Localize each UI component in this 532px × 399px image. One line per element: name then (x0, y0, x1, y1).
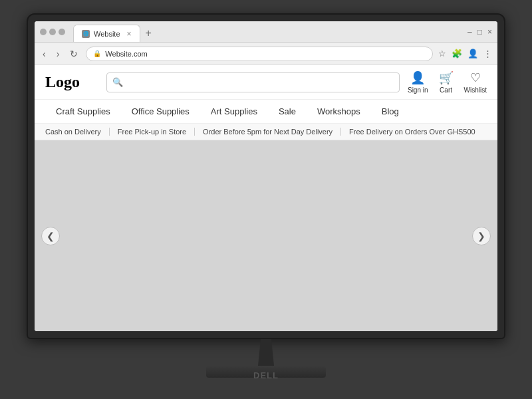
browser-controls (40, 29, 65, 35)
site-nav: Craft Supplies Office Supplies Art Suppl… (35, 100, 497, 124)
address-bar[interactable]: 🔒 Website.com (86, 47, 433, 61)
site-content: Logo 🔍 👤 Sign in 🛒 Cart (35, 65, 497, 331)
browser-dot-1 (40, 29, 47, 35)
nav-item-art-supplies[interactable]: Art Supplies (200, 100, 268, 123)
tab-area: 🌐 Website × + (73, 21, 157, 42)
bookmark-icon[interactable]: ☆ (438, 49, 446, 59)
cart-label: Cart (440, 86, 452, 94)
browser-titlebar: 🌐 Website × + – □ × (35, 21, 497, 43)
browser-actions: ☆ 🧩 👤 ⋮ (438, 49, 492, 59)
refresh-btn[interactable]: ↻ (67, 47, 80, 61)
carousel-prev-btn[interactable]: ❮ (41, 227, 60, 245)
close-btn[interactable]: × (487, 27, 492, 37)
profile-icon[interactable]: 👤 (467, 49, 478, 59)
forward-btn[interactable]: › (54, 47, 63, 61)
search-input[interactable] (127, 78, 394, 87)
browser-tab[interactable]: 🌐 Website × (73, 25, 140, 42)
carousel-next-btn[interactable]: ❯ (472, 227, 491, 245)
site-header: Logo 🔍 👤 Sign in 🛒 Cart (35, 65, 497, 100)
menu-icon[interactable]: ⋮ (483, 49, 492, 59)
back-btn[interactable]: ‹ (40, 47, 49, 61)
minimize-btn[interactable]: – (467, 27, 472, 37)
browser-addressbar: ‹ › ↻ 🔒 Website.com ☆ 🧩 👤 ⋮ (35, 43, 497, 65)
nav-item-sale[interactable]: Sale (268, 100, 307, 123)
sign-in-label: Sign in (408, 86, 428, 94)
address-text: Website.com (105, 50, 147, 58)
monitor-neck (253, 339, 279, 366)
browser-window-controls: – □ × (467, 27, 492, 37)
tab-close-btn[interactable]: × (127, 29, 132, 39)
nav-item-office-supplies[interactable]: Office Supplies (121, 100, 200, 123)
tab-favicon: 🌐 (82, 30, 90, 38)
search-icon: 🔍 (112, 77, 123, 87)
monitor-bezel: 🌐 Website × + – □ × ‹ › ↻ 🔒 (27, 13, 505, 339)
sign-in-button[interactable]: 👤 Sign in (408, 70, 428, 94)
cart-button[interactable]: 🛒 Cart (439, 70, 454, 94)
hero-carousel: ❮ ❯ (35, 140, 497, 331)
wishlist-button[interactable]: ♡ Wishlist (464, 70, 487, 94)
nav-item-blog[interactable]: Blog (371, 100, 410, 123)
sign-in-icon: 👤 (410, 70, 425, 85)
promo-item-3: Free Delivery on Orders Over GHS500 (341, 128, 483, 136)
promo-item-1: Free Pick-up in Store (110, 128, 195, 136)
tab-label: Website (94, 30, 120, 38)
nav-item-craft-supplies[interactable]: Craft Supplies (45, 100, 121, 123)
browser-dot-3 (59, 29, 65, 35)
monitor-wrapper: 🌐 Website × + – □ × ‹ › ↻ 🔒 (27, 13, 505, 386)
hero-content (66, 140, 466, 331)
header-actions: 👤 Sign in 🛒 Cart ♡ Wishlist (408, 70, 487, 94)
extensions-icon[interactable]: 🧩 (452, 49, 462, 59)
promo-item-2: Order Before 5pm for Next Day Delivery (195, 128, 341, 136)
maximize-btn[interactable]: □ (477, 27, 482, 37)
search-bar[interactable]: 🔍 (106, 72, 400, 92)
wishlist-icon: ♡ (470, 70, 481, 85)
lock-icon: 🔒 (93, 50, 101, 57)
new-tab-btn[interactable]: + (140, 25, 157, 42)
cart-icon: 🛒 (439, 70, 454, 85)
nav-item-workshops[interactable]: Workshops (307, 100, 371, 123)
site-logo: Logo (45, 73, 98, 91)
promo-bar: Cash on Delivery Free Pick-up in Store O… (35, 124, 497, 140)
wishlist-label: Wishlist (464, 86, 487, 94)
promo-item-0: Cash on Delivery (45, 128, 110, 136)
monitor-screen: 🌐 Website × + – □ × ‹ › ↻ 🔒 (35, 21, 497, 331)
browser-dot-2 (49, 29, 56, 35)
